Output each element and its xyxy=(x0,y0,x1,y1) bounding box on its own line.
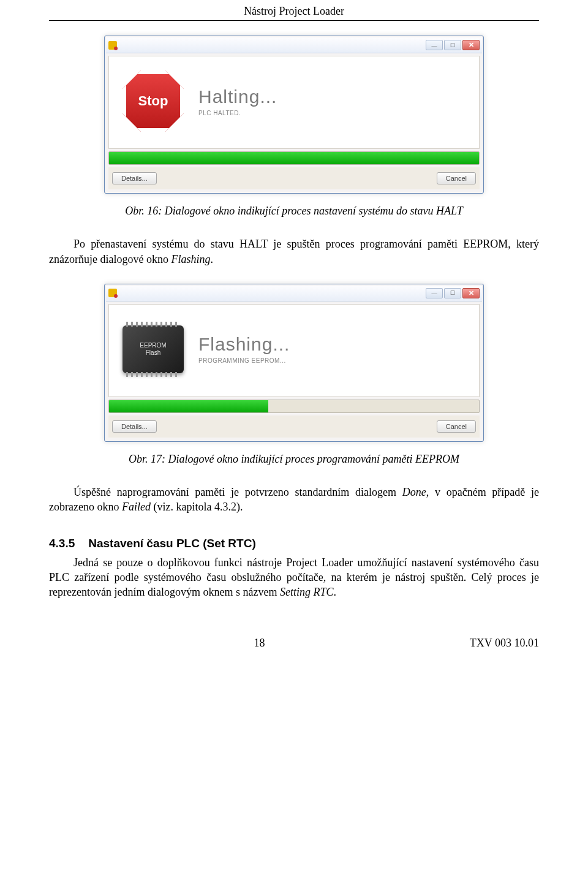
stop-icon: Stop xyxy=(116,67,190,135)
dialog-subtext: PROGRAMMING EEPROM... xyxy=(198,357,472,364)
dialog-subtext: PLC HALTED. xyxy=(198,110,472,116)
figure-17: — ☐ ✕ EEPROM Flash Flashing... PROGRAMMI… xyxy=(49,284,539,442)
close-button[interactable]: ✕ xyxy=(462,288,480,298)
figure-17-caption: Obr. 17: Dialogové okno indikující proce… xyxy=(49,452,539,466)
minimize-button[interactable]: — xyxy=(426,288,443,298)
page-footer: 18 TXV 003 10.01 xyxy=(49,637,539,662)
paragraph-2: Úspěšné naprogramování paměti je potvrze… xyxy=(49,485,539,515)
section-heading: 4.3.5Nastavení času PLC (Set RTC) xyxy=(49,537,539,550)
dialog-title: Flashing... xyxy=(198,334,472,355)
doc-id: TXV 003 10.01 xyxy=(470,637,539,650)
dialog-title: Halting... xyxy=(198,86,472,107)
close-button[interactable]: ✕ xyxy=(462,40,480,50)
stop-label: Stop xyxy=(138,93,168,109)
details-button[interactable]: Details... xyxy=(112,420,157,433)
progress-fill xyxy=(109,152,479,164)
app-icon xyxy=(108,41,117,50)
cancel-button[interactable]: Cancel xyxy=(437,172,476,184)
progress-bar xyxy=(108,151,480,165)
cancel-button[interactable]: Cancel xyxy=(437,420,476,433)
app-icon xyxy=(108,289,117,297)
titlebar: — ☐ ✕ xyxy=(106,37,482,53)
chip-icon: EEPROM Flash xyxy=(116,316,190,383)
halting-dialog: — ☐ ✕ Stop Halting... PLC HALTED. Detail… xyxy=(104,36,484,194)
progress-fill xyxy=(109,400,268,412)
minimize-button[interactable]: — xyxy=(426,40,443,50)
maximize-button[interactable]: ☐ xyxy=(444,40,461,50)
paragraph-1: Po přenastavení systému do stavu HALT je… xyxy=(49,237,539,267)
flashing-dialog: — ☐ ✕ EEPROM Flash Flashing... PROGRAMMI… xyxy=(104,284,484,442)
page-header: Nástroj Project Loader xyxy=(49,0,539,21)
chip-label-1: EEPROM xyxy=(140,342,166,349)
progress-bar xyxy=(108,400,480,413)
section-number: 4.3.5 xyxy=(49,537,75,550)
figure-16-caption: Obr. 16: Dialogové okno indikující proce… xyxy=(49,203,539,218)
details-button[interactable]: Details... xyxy=(112,172,157,184)
figure-16: — ☐ ✕ Stop Halting... PLC HALTED. Detail… xyxy=(49,36,539,194)
paragraph-3: Jedná se pouze o doplňkovou funkci nástr… xyxy=(49,555,539,600)
section-title: Nastavení času PLC (Set RTC) xyxy=(88,537,255,550)
page-number: 18 xyxy=(254,637,265,650)
chip-label-2: Flash xyxy=(146,349,160,357)
maximize-button[interactable]: ☐ xyxy=(444,288,461,298)
titlebar: — ☐ ✕ xyxy=(106,286,482,302)
